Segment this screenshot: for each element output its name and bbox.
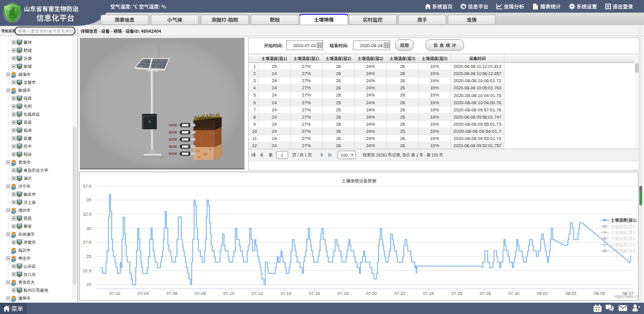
svg-text:26: 26 xyxy=(400,107,405,113)
svg-text:07-22: 07-22 xyxy=(394,291,405,296)
svg-text:24%: 24% xyxy=(366,71,375,76)
svg-text:5: 5 xyxy=(253,92,256,98)
svg-text:26: 26 xyxy=(336,78,340,83)
svg-text:2020-08-08 09:57:01.76: 2020-08-08 09:57:01.76 xyxy=(454,107,501,113)
svg-text:27%: 27% xyxy=(302,107,311,113)
svg-text:07-02: 07-02 xyxy=(109,291,120,296)
svg-text:26: 26 xyxy=(400,136,405,141)
svg-text:27%: 27% xyxy=(302,122,311,127)
svg-text:08-05: 08-05 xyxy=(594,291,605,296)
svg-text:07-04: 07-04 xyxy=(138,291,149,296)
svg-text:24: 24 xyxy=(272,92,277,98)
svg-text:26: 26 xyxy=(400,114,405,120)
svg-text:2020-08-08 11:12:01.813: 2020-08-08 11:12:01.813 xyxy=(454,64,501,69)
svg-text:2020-08-24: 2020-08-24 xyxy=(360,43,383,48)
svg-text:08-01: 08-01 xyxy=(537,291,548,296)
svg-text:26: 26 xyxy=(400,78,405,83)
svg-text:26: 26 xyxy=(400,100,405,105)
svg-text:24%: 24% xyxy=(366,122,375,127)
svg-text:26: 26 xyxy=(336,64,340,69)
svg-text:19%: 19% xyxy=(431,100,439,105)
svg-text:07-18: 07-18 xyxy=(338,291,349,296)
svg-text:24%: 24% xyxy=(366,136,375,141)
svg-text:07-30: 07-30 xyxy=(509,291,520,296)
svg-text:2020-08-08 10:06:01.72: 2020-08-08 10:06:01.72 xyxy=(454,78,501,83)
svg-text:25: 25 xyxy=(400,129,405,134)
svg-text:19%: 19% xyxy=(431,122,439,127)
svg-text:27%: 27% xyxy=(302,100,311,105)
svg-text:2020-08-08 09:56:01.747: 2020-08-08 09:56:01.747 xyxy=(454,114,501,120)
svg-text:9: 9 xyxy=(253,122,256,127)
svg-text:19%: 19% xyxy=(431,136,439,141)
svg-text:19%: 19% xyxy=(431,92,439,98)
svg-text:24%: 24% xyxy=(366,143,375,148)
svg-text:6: 6 xyxy=(253,100,256,105)
svg-text:2020-08-08 09:52:01.757: 2020-08-08 09:52:01.757 xyxy=(454,143,501,148)
svg-text:2020-08-08 10:05:01.763: 2020-08-08 10:05:01.763 xyxy=(454,85,501,91)
svg-text:50CM: 50CM xyxy=(169,152,177,156)
svg-text:19%: 19% xyxy=(431,129,439,134)
svg-text:24: 24 xyxy=(272,122,277,127)
svg-text:3: 3 xyxy=(253,78,256,83)
svg-text:35: 35 xyxy=(86,197,91,203)
svg-text:10CM: 10CM xyxy=(169,123,177,127)
svg-text:07-14: 07-14 xyxy=(280,291,292,296)
svg-text:07-28: 07-28 xyxy=(480,291,491,296)
svg-text:27%: 27% xyxy=(302,143,311,148)
svg-text:22.5: 22.5 xyxy=(83,268,91,273)
svg-text:26: 26 xyxy=(336,143,340,148)
svg-text:19%: 19% xyxy=(431,114,439,120)
svg-text:07-08: 07-08 xyxy=(195,291,206,296)
svg-text:24: 24 xyxy=(272,85,277,91)
svg-text:1: 1 xyxy=(253,64,256,69)
svg-text:2: 2 xyxy=(253,71,256,76)
svg-text:26: 26 xyxy=(336,85,340,91)
svg-text:26: 26 xyxy=(400,122,405,127)
svg-text:27%: 27% xyxy=(302,129,311,134)
svg-text:26: 26 xyxy=(336,122,340,127)
svg-text:24: 24 xyxy=(272,107,277,113)
svg-text:27%: 27% xyxy=(302,78,311,83)
svg-text:26: 26 xyxy=(336,136,340,141)
svg-text:19%: 19% xyxy=(431,64,439,69)
svg-text:27%: 27% xyxy=(302,114,311,120)
svg-text:24: 24 xyxy=(272,114,277,120)
svg-text:07-12: 07-12 xyxy=(252,291,263,296)
svg-text:40CM: 40CM xyxy=(169,145,177,148)
svg-text:11: 11 xyxy=(252,136,257,141)
svg-text:24: 24 xyxy=(272,129,277,134)
svg-text:26: 26 xyxy=(336,114,340,120)
svg-text:2020-08-08 10:04:01.75: 2020-08-08 10:04:01.75 xyxy=(454,93,501,98)
svg-text:2020-07-01: 2020-07-01 xyxy=(293,43,317,48)
svg-text:20: 20 xyxy=(86,282,91,287)
svg-text:30: 30 xyxy=(86,226,91,231)
svg-text:12: 12 xyxy=(252,143,257,148)
svg-text:07-24: 07-24 xyxy=(423,291,434,296)
svg-text:27.5: 27.5 xyxy=(83,240,91,245)
svg-text:25: 25 xyxy=(336,100,340,105)
svg-text:7: 7 xyxy=(253,107,256,113)
svg-text:2020-08-08 09:55:01.73: 2020-08-08 09:55:01.73 xyxy=(454,122,501,127)
svg-text:37.5: 37.5 xyxy=(83,184,91,189)
svg-text:24%: 24% xyxy=(366,64,375,69)
svg-text:26: 26 xyxy=(400,64,405,69)
svg-text:27%: 27% xyxy=(302,136,311,141)
svg-text:24: 24 xyxy=(272,143,277,148)
svg-text:26: 26 xyxy=(400,143,405,148)
svg-text:4: 4 xyxy=(253,85,256,91)
svg-text:24%: 24% xyxy=(366,92,375,98)
svg-text:24%: 24% xyxy=(366,100,375,105)
svg-text:07-06: 07-06 xyxy=(166,291,178,296)
svg-text:26: 26 xyxy=(400,85,405,91)
svg-text:07-10: 07-10 xyxy=(224,291,235,296)
svg-text:24%: 24% xyxy=(366,107,375,113)
svg-text:25: 25 xyxy=(336,107,340,113)
svg-text:19%: 19% xyxy=(431,143,439,148)
svg-text:27%: 27% xyxy=(302,92,311,98)
svg-text:32.5: 32.5 xyxy=(83,212,91,217)
svg-text:07-20: 07-20 xyxy=(366,291,377,296)
svg-text:24: 24 xyxy=(272,136,277,141)
svg-text:24: 24 xyxy=(272,78,277,83)
svg-text:27%: 27% xyxy=(302,85,311,91)
svg-text:24%: 24% xyxy=(366,85,375,91)
